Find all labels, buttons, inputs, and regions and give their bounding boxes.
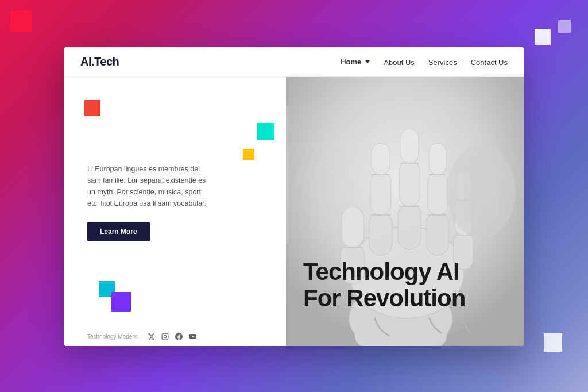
hero-description: Li Europan lingues es membres del sam fa… [87, 163, 214, 209]
deco-square-bottom-right [544, 333, 562, 352]
svg-rect-16 [399, 160, 420, 206]
deco-square-top-right-large [535, 29, 551, 45]
panel-deco-red-square [84, 100, 100, 116]
deco-square-top-right-small [558, 20, 571, 33]
svg-rect-0 [162, 333, 168, 340]
svg-rect-17 [400, 129, 419, 163]
card-footer: Technology Modern. [64, 326, 286, 346]
right-panel: Technology AI For Revolution [286, 77, 524, 346]
twitter-icon[interactable] [147, 332, 155, 340]
svg-rect-15 [398, 203, 421, 249]
nav-link-home[interactable]: Home [341, 57, 370, 66]
left-panel: Li Europan lingues es membres del sam fa… [64, 77, 286, 346]
hero-text-overlay: Technology AI For Revolution [303, 259, 518, 312]
youtube-icon[interactable] [188, 332, 196, 340]
content-area: Li Europan lingues es membres del sam fa… [64, 77, 524, 346]
nav-link-about[interactable]: About Us [384, 58, 414, 67]
chevron-down-icon [365, 60, 370, 63]
svg-rect-21 [428, 172, 447, 215]
panel-deco-green-square [257, 123, 274, 140]
svg-rect-20 [427, 212, 448, 255]
social-icons [147, 332, 196, 340]
panel-deco-purple-square [111, 292, 131, 312]
nav-item-services[interactable]: Services [428, 57, 457, 67]
nav-link-services[interactable]: Services [428, 58, 457, 67]
nav-link-contact[interactable]: Contact Us [471, 58, 508, 67]
svg-rect-8 [342, 207, 363, 247]
svg-rect-11 [370, 172, 391, 215]
nav-item-about[interactable]: About Us [384, 57, 414, 67]
svg-rect-12 [372, 143, 390, 175]
deco-square-top-left [10, 10, 32, 32]
facebook-icon[interactable] [175, 332, 183, 340]
hero-left-content: Li Europan lingues es membres del sam fa… [87, 163, 263, 241]
instagram-icon[interactable] [161, 332, 169, 340]
svg-point-1 [164, 335, 166, 337]
svg-point-2 [167, 334, 167, 335]
navbar: AI.Tech Home About Us Services Contact U… [64, 47, 524, 77]
nav-item-home[interactable]: Home [341, 57, 370, 66]
panel-deco-yellow-square [243, 149, 254, 160]
nav-links: Home About Us Services Contact Us [341, 57, 508, 67]
svg-rect-31 [464, 163, 498, 221]
learn-more-button[interactable]: Learn More [87, 222, 150, 241]
footer-tagline: Technology Modern. [87, 333, 139, 340]
hero-title: Technology AI For Revolution [303, 259, 518, 312]
main-card: AI.Tech Home About Us Services Contact U… [64, 47, 524, 346]
svg-rect-10 [369, 212, 392, 255]
nav-item-contact[interactable]: Contact Us [471, 57, 508, 67]
svg-rect-22 [429, 143, 446, 175]
logo: AI.Tech [80, 55, 119, 68]
